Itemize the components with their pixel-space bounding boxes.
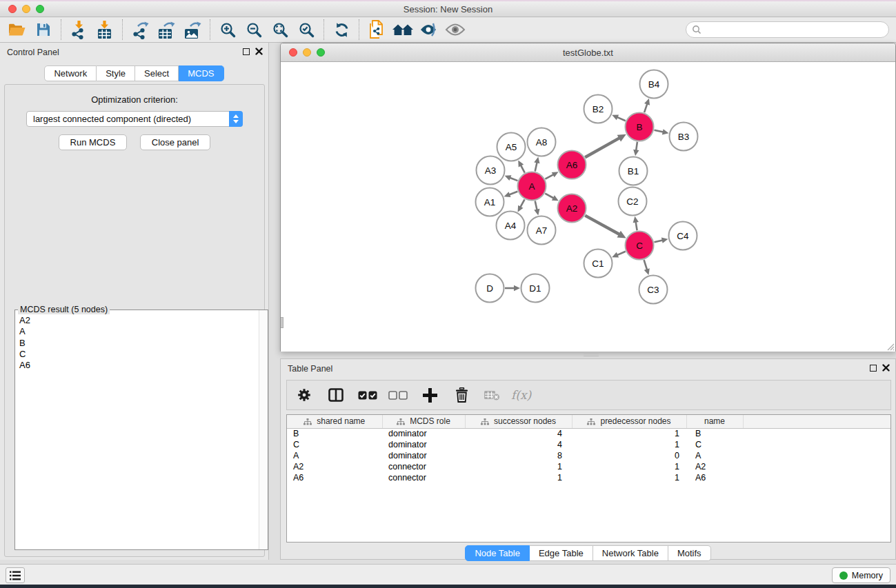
memory-button[interactable]: Memory — [832, 567, 890, 583]
export-image-icon[interactable] — [179, 19, 206, 40]
export-network-icon[interactable] — [127, 19, 153, 40]
function-builder-icon[interactable]: f(x) — [508, 383, 535, 407]
column-tree-icon — [303, 418, 312, 425]
zoom-fit-icon[interactable] — [267, 19, 293, 40]
graph-edge-B-B1[interactable] — [636, 142, 637, 151]
panel-collapse-handle[interactable] — [281, 317, 283, 328]
graph-edge-A2-C[interactable] — [585, 216, 619, 234]
graph-edge-B-B3[interactable] — [654, 130, 663, 132]
float-panel-icon[interactable] — [243, 48, 250, 55]
status-bar: Memory — [0, 564, 896, 585]
toolbar-separator — [323, 19, 324, 40]
result-list-scrollbar[interactable] — [259, 310, 268, 549]
export-table-icon[interactable] — [153, 19, 179, 40]
zoom-selected-icon[interactable] — [293, 19, 319, 40]
tab-edge-table[interactable]: Edge Table — [530, 545, 593, 561]
run-mcds-button[interactable]: Run MCDS — [59, 134, 128, 150]
float-panel-icon[interactable] — [870, 365, 877, 372]
search-input[interactable] — [701, 25, 888, 34]
tab-style[interactable]: Style — [97, 65, 135, 81]
graph-edge-A-A4[interactable] — [520, 199, 524, 207]
select-all-checkboxes-icon[interactable] — [355, 383, 381, 407]
close-panel-button[interactable]: Close panel — [140, 134, 211, 150]
trash-icon[interactable] — [448, 383, 475, 407]
network-canvas[interactable]: B4B2BB3A8A5A6B1A3AA1C2A2A4A7CC4C1C3DD1 — [281, 62, 895, 352]
graph-edge-A-A7[interactable] — [535, 201, 537, 210]
graph-edge-C-C1[interactable] — [617, 252, 626, 255]
memory-status-icon — [839, 571, 848, 580]
graph-edge-A-A5[interactable] — [521, 165, 525, 173]
node-table-container: shared name MCDS role successor nodes pr… — [286, 414, 891, 543]
select-stepper-icon — [229, 111, 243, 127]
tab-network[interactable]: Network — [44, 65, 97, 81]
task-history-button[interactable] — [6, 567, 25, 583]
graph-node-label: C — [636, 241, 643, 251]
delete-table-icon[interactable] — [479, 383, 505, 407]
table-row[interactable]: A2 connector 1 1 A2 — [287, 461, 891, 472]
column-header-mcds-role[interactable]: MCDS role — [382, 415, 465, 428]
graph-node-label: B3 — [678, 132, 690, 142]
table-row[interactable]: A6 connector 1 1 A6 — [287, 472, 891, 483]
splitter-handle[interactable] — [584, 354, 599, 356]
split-view-icon[interactable] — [323, 383, 349, 407]
import-table-icon[interactable] — [92, 19, 118, 40]
graph-edge-C-C4[interactable] — [654, 241, 662, 243]
graph-edge-A-A3[interactable] — [510, 178, 517, 181]
eye-slash-icon[interactable] — [416, 19, 442, 40]
graph-edge-C-C3[interactable] — [644, 260, 647, 270]
graph-edge-arrowhead — [662, 129, 669, 134]
tab-mcds[interactable]: MCDS — [179, 65, 223, 81]
list-item[interactable]: A — [19, 326, 259, 337]
eye-icon[interactable] — [442, 19, 468, 40]
graph-edge-A-A1[interactable] — [509, 192, 517, 195]
zoom-out-icon[interactable] — [241, 19, 267, 40]
graph-node-label: C2 — [626, 196, 638, 207]
graph-edge-A-A6[interactable] — [545, 174, 553, 179]
close-panel-icon[interactable] — [255, 48, 263, 55]
network-window-titlebar[interactable]: testGlobe.txt — [281, 43, 895, 62]
column-header-successor-nodes[interactable]: successor nodes — [465, 415, 572, 428]
resize-grip-icon[interactable] — [885, 341, 895, 351]
list-item[interactable]: C — [19, 349, 259, 360]
tab-select[interactable]: Select — [135, 65, 179, 81]
toolbar-separator — [122, 19, 123, 40]
graph-edge-B-B2[interactable] — [617, 117, 626, 121]
home-icon[interactable] — [390, 19, 416, 40]
graph-edge-B-B4[interactable] — [644, 103, 647, 112]
save-icon[interactable] — [30, 19, 57, 40]
network-graph[interactable]: B4B2BB3A8A5A6B1A3AA1C2A2A4A7CC4C1C3DD1 — [281, 62, 895, 351]
toolbar-search-field[interactable] — [686, 21, 889, 38]
graph-edge-A6-B[interactable] — [585, 138, 619, 157]
gear-icon[interactable] — [291, 383, 317, 407]
column-header-shared-name[interactable]: shared name — [287, 415, 382, 428]
criterion-select[interactable]: largest connected component (directed) — [26, 111, 243, 127]
tab-node-table[interactable]: Node Table — [465, 545, 530, 561]
graph-edge-A-A8[interactable] — [535, 162, 537, 171]
deselect-all-checkboxes-icon[interactable] — [385, 383, 411, 407]
list-item[interactable]: B — [19, 338, 259, 349]
table-row[interactable]: C dominator 4 1 C — [287, 439, 891, 450]
list-item[interactable]: A2 — [19, 315, 259, 326]
mcds-result-list: A2 A B C A6 — [15, 310, 259, 549]
duplicate-network-icon[interactable] — [364, 19, 390, 40]
graph-edge-C-C2[interactable] — [636, 222, 637, 231]
horizontal-splitter[interactable] — [280, 352, 896, 358]
list-item[interactable]: A6 — [19, 360, 259, 371]
import-network-icon[interactable] — [66, 19, 92, 40]
tab-network-table[interactable]: Network Table — [593, 545, 668, 561]
window-titlebar: Session: New Session — [0, 0, 896, 17]
table-row[interactable]: B dominator 4 1 B — [287, 428, 891, 439]
refresh-icon[interactable] — [328, 19, 355, 40]
table-row[interactable]: A dominator 8 0 A — [287, 450, 891, 461]
criterion-selected-value: largest connected component (directed) — [27, 114, 229, 124]
desktop-background — [0, 585, 896, 588]
column-header-predecessor-nodes[interactable]: predecessor nodes — [572, 415, 686, 428]
close-panel-icon[interactable] — [882, 364, 890, 372]
column-header-name[interactable]: name — [686, 415, 743, 428]
add-column-icon[interactable] — [417, 383, 443, 407]
open-folder-icon[interactable] — [4, 19, 30, 40]
graph-edge-A-A2[interactable] — [545, 194, 553, 199]
mcds-tab-content: Optimization criterion: largest connecte… — [4, 84, 265, 557]
tab-motifs[interactable]: Motifs — [668, 545, 711, 561]
zoom-in-icon[interactable] — [215, 19, 241, 40]
